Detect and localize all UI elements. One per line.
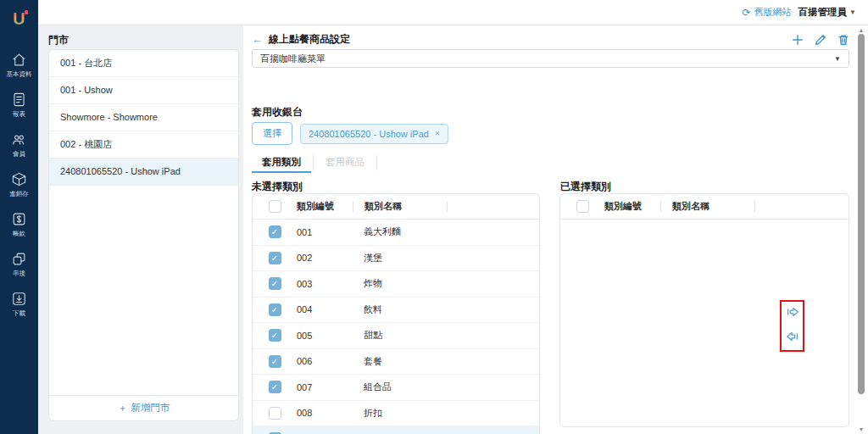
add-icon[interactable] — [792, 34, 804, 46]
app-logo[interactable]: U — [0, 0, 38, 37]
category-code-cell: 006 — [297, 356, 353, 366]
add-store-button[interactable]: ＋ 新增門市 — [49, 395, 238, 420]
sidebar-item-label: 進銷存 — [9, 190, 29, 198]
members-icon — [11, 131, 27, 147]
category-name-cell: 套餐 — [353, 355, 446, 368]
table-row[interactable]: ✓005甜點 — [253, 323, 539, 349]
row-checkbox[interactable]: ✓ — [269, 225, 281, 238]
category-name-cell: 折扣 — [353, 407, 446, 420]
page-title: 線上點餐商品設定 — [269, 32, 350, 47]
store-list-item[interactable]: 001 - 台北店 — [49, 50, 238, 77]
store-list-item[interactable]: 240801065520 - Ushow iPad — [49, 159, 238, 186]
sidebar-item-4[interactable]: 進銷存 — [0, 165, 38, 205]
content-header: ← 線上點餐商品設定 — [252, 32, 849, 47]
cashier-section-label: 套用收銀台 — [252, 105, 303, 120]
menu-select[interactable]: 百揚咖啡廳菜單 ▼ — [252, 49, 849, 68]
row-checkbox[interactable] — [269, 407, 281, 420]
store-panel: 001 - 台北店001 - UshowShowmore - Showmore0… — [48, 49, 239, 421]
header-checkbox[interactable] — [269, 200, 281, 213]
store-list: 001 - 台北店001 - UshowShowmore - Showmore0… — [49, 50, 238, 395]
table-row[interactable]: ✓004飲料 — [253, 298, 539, 324]
main-content: ← 線上點餐商品設定 百揚咖啡廳菜單 ▼ 套用收銀台 選擇 2408010655… — [243, 25, 868, 434]
legacy-site-link[interactable]: ⟳ 舊版網站 — [743, 6, 792, 19]
row-checkbox[interactable]: ✓ — [269, 329, 281, 342]
store-list-item[interactable]: Showmore - Showmore — [49, 104, 238, 131]
back-arrow-icon[interactable]: ← — [252, 33, 263, 46]
sidebar-item-2[interactable]: 報表 — [0, 86, 38, 125]
table-row[interactable]: ✓007組合品 — [253, 375, 539, 401]
select-caret-icon: ▼ — [834, 55, 841, 63]
sidebar-item-5[interactable]: 帳款 — [0, 205, 38, 245]
sidebar: U 基本資料報表會員進銷存帳款串接下載 — [0, 0, 38, 434]
row-checkbox-cell: ✓ — [253, 355, 297, 368]
move-left-button[interactable] — [785, 329, 800, 344]
table-row[interactable]: ✓002漢堡 — [253, 246, 539, 272]
refresh-icon: ⟳ — [743, 7, 751, 19]
sidebar-item-6[interactable]: 串接 — [0, 245, 38, 285]
account-menu[interactable]: 百揚管理員 ▼ — [798, 6, 856, 19]
row-checkbox-cell: ✓ — [253, 329, 297, 342]
tab-separator — [376, 155, 377, 170]
category-name-cell: 飲料 — [353, 303, 446, 316]
category-code-cell: 007 — [297, 382, 353, 392]
sidebar-item-label: 帳款 — [13, 230, 25, 238]
add-store-label: 新增門市 — [131, 402, 170, 415]
table-header-row: 類別編號類別名稱 — [560, 194, 849, 220]
store-list-item[interactable]: 002 - 桃園店 — [49, 131, 238, 159]
store-list-item[interactable]: 001 - Ushow — [49, 77, 238, 104]
tab-apply-product[interactable]: 套用商品 — [315, 153, 375, 173]
download-icon — [11, 291, 27, 307]
table-row[interactable]: ✓009多規格 — [253, 426, 539, 434]
row-checkbox[interactable]: ✓ — [269, 277, 281, 290]
table-row[interactable]: ✓001義大利麵 — [253, 220, 539, 246]
cashier-tag-label: 240801065520 - Ushow iPad — [309, 129, 429, 139]
row-checkbox[interactable]: ✓ — [269, 381, 281, 393]
row-checkbox-cell: ✓ — [253, 252, 297, 264]
tab-apply-category[interactable]: 套用類別 — [252, 153, 311, 173]
row-checkbox[interactable]: ✓ — [269, 355, 281, 368]
header-divider — [447, 201, 448, 212]
table-row[interactable]: ✓006套餐 — [253, 349, 539, 376]
sidebar-item-7[interactable]: 下載 — [0, 285, 38, 325]
delete-trash-icon[interactable] — [837, 34, 849, 46]
table-row[interactable]: ✓003炸物 — [253, 271, 539, 298]
tag-close-icon[interactable]: × — [435, 129, 440, 138]
chevron-down-icon: ▼ — [849, 8, 856, 16]
scroll-up-icon[interactable]: ▲ — [858, 27, 865, 33]
category-code-cell: 001 — [297, 227, 353, 237]
row-checkbox-cell: ✓ — [253, 381, 297, 393]
table-header-checkbox-cell — [253, 200, 297, 213]
table-header-cell: 類別編號 — [604, 200, 660, 213]
integration-icon — [11, 251, 27, 267]
header-checkbox[interactable] — [576, 200, 589, 213]
table-header-checkbox-cell — [560, 200, 604, 213]
row-checkbox[interactable]: ✓ — [269, 303, 281, 316]
choose-cashier-button[interactable]: 選擇 — [252, 122, 292, 145]
row-checkbox-cell — [253, 407, 297, 420]
category-code-cell: 002 — [297, 253, 353, 263]
category-code-cell: 005 — [297, 331, 353, 341]
scrollbar-thumb[interactable] — [858, 34, 865, 394]
ushow-logo-icon: U — [13, 9, 25, 29]
legacy-site-label: 舊版網站 — [754, 6, 792, 19]
table-row[interactable]: 008折扣 — [253, 401, 539, 427]
category-name-cell: 炸物 — [353, 277, 446, 290]
selected-category-table: 類別編號類別名稱 — [559, 193, 849, 427]
sidebar-nav: 基本資料報表會員進銷存帳款串接下載 — [0, 46, 38, 325]
cashier-tag: 240801065520 - Ushow iPad × — [300, 124, 448, 144]
row-checkbox[interactable]: ✓ — [269, 252, 281, 264]
scroll-down-icon[interactable]: ▼ — [858, 426, 865, 432]
sidebar-item-label: 串接 — [13, 270, 25, 278]
move-right-button[interactable] — [785, 304, 800, 320]
content-scrollbar[interactable]: ▲ ▼ — [856, 25, 866, 434]
sidebar-item-3[interactable]: 會員 — [0, 125, 38, 165]
table-header-cell: 類別名稱 — [353, 200, 447, 213]
edit-pencil-icon[interactable] — [815, 34, 826, 46]
category-name-cell: 甜點 — [353, 329, 446, 342]
account-label: 百揚管理員 — [798, 6, 848, 19]
sidebar-item-1[interactable]: 基本資料 — [0, 46, 38, 86]
home-icon — [11, 52, 27, 68]
report-icon — [11, 92, 27, 108]
row-checkbox-cell: ✓ — [253, 225, 297, 238]
unselected-category-table: 類別編號類別名稱✓001義大利麵✓002漢堡✓003炸物✓004飲料✓005甜點… — [252, 193, 540, 434]
